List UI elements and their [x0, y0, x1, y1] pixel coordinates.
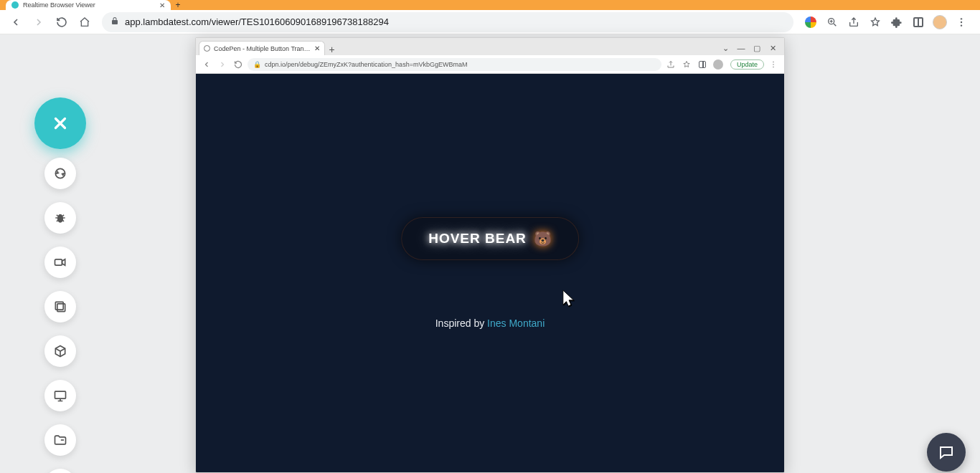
home-button[interactable] — [75, 12, 95, 32]
address-bar[interactable]: app.lambdatest.com/viewer/TES10160609016… — [102, 12, 793, 32]
svg-rect-8 — [57, 304, 65, 312]
mouse-cursor-icon — [562, 289, 578, 312]
close-window-icon[interactable]: ✕ — [765, 42, 780, 54]
video-record-icon[interactable] — [44, 247, 76, 278]
share-icon[interactable] — [844, 12, 864, 32]
extensions-icon[interactable] — [887, 12, 907, 32]
credit-prefix: Inspired by — [435, 317, 487, 329]
svg-rect-9 — [55, 391, 66, 398]
svg-point-13 — [773, 66, 774, 67]
panels-icon[interactable] — [908, 12, 928, 32]
remote-page-content: HOVER BEAR 🐻 Inspired by Ines Montani — [196, 74, 784, 472]
session-toolbar — [44, 158, 76, 473]
kebab-menu-icon[interactable] — [951, 12, 971, 32]
svg-point-11 — [773, 61, 774, 62]
remote-avatar[interactable] — [712, 58, 725, 71]
svg-point-12 — [773, 64, 774, 65]
hover-bear-label: HOVER BEAR — [428, 231, 527, 247]
lock-icon: 🔒 — [253, 61, 261, 68]
remote-tab[interactable]: CodePen - Multiple Button Tran… ✕ — [199, 41, 325, 55]
profile-avatar[interactable] — [930, 12, 950, 32]
hover-bear-button[interactable]: HOVER BEAR 🐻 — [401, 217, 579, 260]
zoom-icon[interactable] — [822, 12, 842, 32]
resolution-icon[interactable] — [44, 380, 76, 411]
remote-star-icon[interactable] — [680, 58, 693, 71]
remote-tab-title: CodePen - Multiple Button Tran… — [214, 45, 311, 52]
close-tab-icon[interactable]: ✕ — [159, 1, 165, 9]
close-tab-icon[interactable]: ✕ — [314, 44, 320, 52]
maximize-icon[interactable]: ▢ — [750, 42, 764, 54]
svg-point-2 — [961, 21, 962, 22]
chat-support-button[interactable] — [927, 433, 966, 472]
outer-tab-title: Realtime Browser Viewer — [23, 1, 155, 9]
remote-toolbar: 🔒 cdpn.io/pen/debug/ZEmyZxK?authenticati… — [196, 55, 784, 74]
google-icon[interactable] — [801, 12, 821, 32]
remote-window-controls: ⌄ — ▢ ✕ — [717, 41, 781, 55]
codepen-favicon — [204, 45, 210, 52]
switch-icon[interactable] — [44, 158, 76, 189]
credit-text: Inspired by Ines Montani — [435, 317, 545, 329]
remote-reload-button[interactable] — [232, 58, 245, 71]
package-icon[interactable] — [44, 335, 76, 367]
end-session-button[interactable] — [34, 97, 86, 149]
remote-browser-window: CodePen - Multiple Button Tran… ✕ + ⌄ — … — [195, 37, 785, 473]
credit-link[interactable]: Ines Montani — [487, 317, 545, 329]
address-bar-url: app.lambdatest.com/viewer/TES10160609016… — [125, 16, 389, 27]
screenshot-gallery-icon[interactable] — [44, 291, 76, 322]
remote-tabstrip: CodePen - Multiple Button Tran… ✕ + ⌄ — … — [196, 38, 784, 55]
lambdatest-favicon — [11, 1, 19, 9]
back-button[interactable] — [6, 12, 26, 32]
files-icon[interactable] — [44, 424, 76, 456]
minimize-icon[interactable]: — — [734, 42, 748, 54]
remote-forward-button[interactable] — [216, 58, 229, 71]
bear-emoji-icon: 🐻 — [534, 230, 552, 247]
outer-browser-tabstrip: Realtime Browser Viewer ✕ + — [0, 0, 980, 10]
viewer-stage: CodePen - Multiple Button Tran… ✕ + ⌄ — … — [0, 34, 980, 473]
svg-point-1 — [961, 18, 962, 19]
remote-share-icon[interactable] — [664, 58, 677, 71]
bug-icon[interactable] — [44, 202, 76, 234]
location-icon[interactable] — [44, 469, 76, 473]
reload-button[interactable] — [52, 12, 72, 32]
chevron-down-icon[interactable]: ⌄ — [718, 42, 732, 54]
forward-button[interactable] — [29, 12, 49, 32]
remote-back-button[interactable] — [200, 58, 213, 71]
bookmark-star-icon[interactable] — [865, 12, 885, 32]
svg-rect-6 — [55, 259, 62, 265]
remote-kebab-icon[interactable] — [767, 58, 780, 71]
remote-new-tab-button[interactable]: + — [325, 44, 339, 55]
outer-browser-tab[interactable]: Realtime Browser Viewer ✕ — [6, 0, 171, 10]
svg-point-3 — [961, 24, 962, 26]
lock-icon — [110, 16, 119, 27]
remote-url: cdpn.io/pen/debug/ZEmyZxK?authentication… — [265, 61, 467, 68]
remote-address-bar[interactable]: 🔒 cdpn.io/pen/debug/ZEmyZxK?authenticati… — [248, 58, 661, 71]
remote-panels-icon[interactable] — [696, 58, 709, 71]
remote-update-button[interactable]: Update — [730, 59, 764, 70]
svg-rect-7 — [55, 302, 63, 310]
new-tab-button[interactable]: + — [171, 0, 185, 10]
outer-browser-toolbar: app.lambdatest.com/viewer/TES10160609016… — [0, 10, 980, 34]
